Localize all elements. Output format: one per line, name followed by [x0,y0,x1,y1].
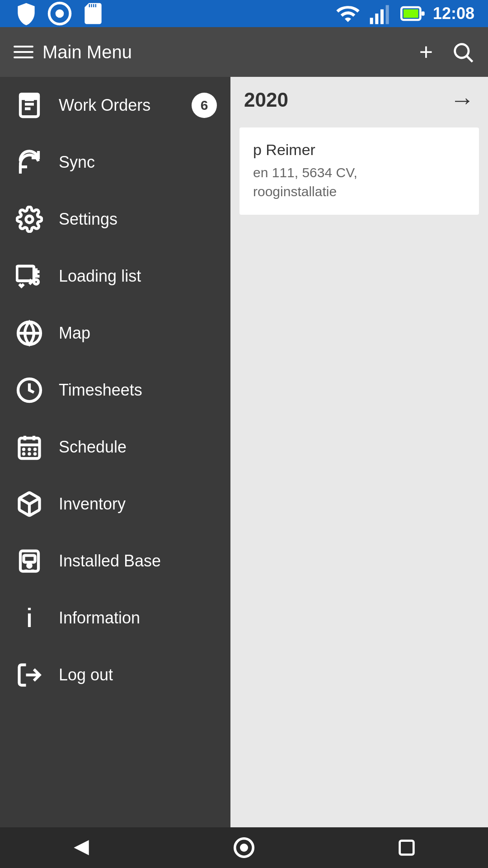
svg-point-1 [56,9,64,18]
log-out-icon [14,659,45,691]
timesheets-icon [14,374,45,406]
wifi-icon [335,1,361,26]
sync-icon [14,146,45,178]
status-bar-right-icons: 12:08 [335,1,474,26]
svg-rect-8 [404,9,418,18]
svg-point-43 [240,844,248,852]
main-layout: Work Orders 6 Sync S [0,77,488,827]
bottom-nav [0,827,488,868]
hamburger-button[interactable] [14,46,33,58]
sidebar-item-label: Sync [59,153,95,172]
sidebar-item-label: Inventory [59,495,126,514]
map-icon [14,317,45,349]
information-icon [14,602,45,634]
shield-icon [14,1,39,26]
sidebar-item-label: Installed Base [59,552,161,571]
content-year: 2020 [244,89,288,111]
sidebar-item-label: Settings [59,210,117,229]
back-icon [70,836,93,859]
status-bar-left-icons [14,1,106,26]
installed-base-icon [14,545,45,577]
svg-rect-34 [24,556,35,562]
svg-marker-41 [74,840,89,855]
schedule-icon [14,431,45,463]
svg-point-9 [455,44,469,58]
svg-point-18 [34,280,38,284]
app-bar-left: Main Menu [14,42,132,62]
sidebar-item-work-orders[interactable]: Work Orders 6 [0,77,230,134]
content-header: 2020 → [230,77,488,118]
svg-point-16 [26,216,33,223]
battery-icon [400,1,426,26]
work-orders-badge: 6 [192,93,217,118]
sd-card-icon [80,1,106,26]
inventory-icon [14,488,45,520]
sync-status-icon [47,1,72,26]
sidebar-item-label: Work Orders [59,96,150,115]
home-button[interactable] [226,830,262,866]
signal-icon [368,1,393,26]
sidebar-item-label: Log out [59,665,113,684]
content-name: p Reimer [253,141,465,159]
svg-rect-15 [20,94,38,99]
sidebar-item-map[interactable]: Map [0,305,230,362]
content-address-line1: en 111, 5634 CV, [253,163,465,182]
sidebar-item-label: Timesheets [59,381,142,400]
svg-rect-7 [422,11,425,15]
sidebar-item-loading-list[interactable]: Loading list [0,248,230,305]
recent-button[interactable] [389,830,425,866]
sidebar-item-label: Information [59,609,140,627]
home-icon [232,835,256,860]
recent-icon [396,837,417,858]
svg-rect-44 [400,841,414,855]
content-card[interactable]: p Reimer en 111, 5634 CV, rooginstallati… [239,127,479,215]
app-bar-right: + [419,38,474,66]
svg-rect-4 [380,9,384,24]
status-bar: 12:08 [0,0,488,27]
app-bar: Main Menu + [0,27,488,77]
svg-rect-2 [370,18,373,24]
sidebar-item-settings[interactable]: Settings [0,191,230,248]
svg-rect-3 [375,14,378,24]
sidebar-item-label: Schedule [59,438,127,457]
sidebar-item-label: Loading list [59,267,141,286]
sidebar-menu: Work Orders 6 Sync S [0,77,230,827]
sidebar-item-inventory[interactable]: Inventory [0,476,230,533]
svg-rect-5 [386,5,389,24]
work-orders-icon [14,90,45,121]
content-area: 2020 → p Reimer en 111, 5634 CV, roogins… [230,77,488,827]
content-arrow-icon[interactable]: → [450,86,474,114]
sidebar-item-sync[interactable]: Sync [0,134,230,191]
content-address-line2: rooginstallatie [253,182,465,201]
back-button[interactable] [63,830,99,866]
sidebar-item-schedule[interactable]: Schedule [0,419,230,476]
search-button[interactable] [451,40,474,64]
sidebar-item-log-out[interactable]: Log out [0,646,230,703]
add-button[interactable]: + [419,38,433,66]
svg-rect-17 [17,266,34,281]
settings-icon [14,203,45,235]
sidebar-item-label: Map [59,324,90,343]
status-time: 12:08 [433,4,474,23]
sidebar-item-installed-base[interactable]: Installed Base [0,533,230,590]
svg-line-10 [467,57,473,62]
app-title: Main Menu [42,42,132,62]
sidebar-item-information[interactable]: Information [0,590,230,646]
loading-list-icon [14,260,45,292]
sidebar-item-timesheets[interactable]: Timesheets [0,362,230,419]
svg-point-35 [28,564,31,567]
